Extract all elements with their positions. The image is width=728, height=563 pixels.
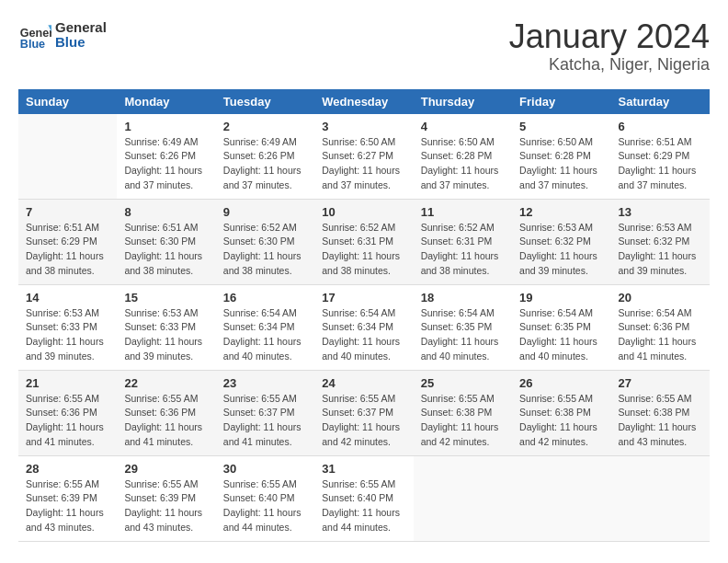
location-title: Katcha, Niger, Nigeria: [509, 55, 710, 75]
day-number: 3: [322, 120, 405, 133]
calendar-cell: 18Sunrise: 6:54 AMSunset: 6:35 PMDayligh…: [414, 284, 512, 370]
day-number: 2: [223, 120, 307, 133]
page-header: General Blue General Blue January 2024 K…: [18, 18, 710, 75]
day-info: Sunrise: 6:54 AMSunset: 6:34 PMDaylight:…: [322, 306, 405, 364]
calendar-cell: 31Sunrise: 6:55 AMSunset: 6:40 PMDayligh…: [314, 455, 413, 541]
day-number: 18: [421, 291, 505, 304]
calendar-cell: 20Sunrise: 6:54 AMSunset: 6:36 PMDayligh…: [611, 284, 710, 370]
calendar-cell: 16Sunrise: 6:54 AMSunset: 6:34 PMDayligh…: [216, 284, 314, 370]
calendar-cell: 13Sunrise: 6:53 AMSunset: 6:32 PMDayligh…: [611, 199, 710, 284]
day-number: 28: [26, 462, 109, 476]
calendar-cell: 15Sunrise: 6:53 AMSunset: 6:33 PMDayligh…: [117, 284, 215, 370]
day-number: 25: [421, 376, 505, 390]
calendar-cell: 28Sunrise: 6:55 AMSunset: 6:39 PMDayligh…: [18, 455, 117, 541]
day-info: Sunrise: 6:50 AMSunset: 6:27 PMDaylight:…: [322, 135, 405, 193]
header-sunday: Sunday: [18, 89, 117, 114]
calendar-cell: 27Sunrise: 6:55 AMSunset: 6:38 PMDayligh…: [611, 370, 710, 455]
day-info: Sunrise: 6:55 AMSunset: 6:38 PMDaylight:…: [519, 392, 603, 450]
calendar-cell: 8Sunrise: 6:51 AMSunset: 6:30 PMDaylight…: [117, 199, 215, 284]
day-number: 8: [124, 205, 208, 219]
day-number: 9: [223, 205, 307, 219]
day-number: 26: [519, 376, 603, 390]
calendar-header-row: SundayMondayTuesdayWednesdayThursdayFrid…: [18, 89, 710, 114]
calendar-cell: 22Sunrise: 6:55 AMSunset: 6:36 PMDayligh…: [117, 370, 215, 455]
day-info: Sunrise: 6:55 AMSunset: 6:39 PMDaylight:…: [26, 477, 109, 535]
day-number: 20: [619, 291, 702, 304]
day-number: 19: [519, 291, 603, 304]
calendar-cell: 3Sunrise: 6:50 AMSunset: 6:27 PMDaylight…: [314, 114, 413, 200]
day-info: Sunrise: 6:53 AMSunset: 6:33 PMDaylight:…: [124, 306, 208, 364]
day-number: 24: [322, 376, 405, 390]
day-info: Sunrise: 6:52 AMSunset: 6:31 PMDaylight:…: [322, 221, 405, 279]
day-number: 11: [421, 205, 505, 219]
day-info: Sunrise: 6:51 AMSunset: 6:30 PMDaylight:…: [124, 221, 208, 279]
calendar-week-4: 21Sunrise: 6:55 AMSunset: 6:36 PMDayligh…: [18, 370, 710, 455]
day-info: Sunrise: 6:53 AMSunset: 6:32 PMDaylight:…: [619, 221, 702, 279]
day-info: Sunrise: 6:54 AMSunset: 6:35 PMDaylight:…: [421, 306, 505, 364]
header-monday: Monday: [117, 89, 215, 114]
day-info: Sunrise: 6:53 AMSunset: 6:32 PMDaylight:…: [519, 221, 603, 279]
calendar-cell: [414, 455, 512, 541]
logo-icon: General Blue: [18, 18, 51, 52]
header-wednesday: Wednesday: [314, 89, 413, 114]
day-info: Sunrise: 6:55 AMSunset: 6:37 PMDaylight:…: [322, 392, 405, 450]
calendar-week-3: 14Sunrise: 6:53 AMSunset: 6:33 PMDayligh…: [18, 284, 710, 370]
calendar-cell: 17Sunrise: 6:54 AMSunset: 6:34 PMDayligh…: [314, 284, 413, 370]
calendar-cell: 6Sunrise: 6:51 AMSunset: 6:29 PMDaylight…: [611, 114, 710, 200]
calendar-body: 1Sunrise: 6:49 AMSunset: 6:26 PMDaylight…: [18, 114, 710, 542]
day-info: Sunrise: 6:55 AMSunset: 6:38 PMDaylight:…: [421, 392, 505, 450]
calendar-cell: [18, 114, 117, 200]
day-info: Sunrise: 6:53 AMSunset: 6:33 PMDaylight:…: [26, 306, 109, 364]
svg-text:Blue: Blue: [20, 38, 45, 51]
day-number: 22: [124, 376, 208, 390]
calendar-cell: 30Sunrise: 6:55 AMSunset: 6:40 PMDayligh…: [216, 455, 314, 541]
day-info: Sunrise: 6:50 AMSunset: 6:28 PMDaylight:…: [519, 135, 603, 193]
header-saturday: Saturday: [611, 89, 710, 114]
day-info: Sunrise: 6:49 AMSunset: 6:26 PMDaylight:…: [223, 135, 307, 193]
day-info: Sunrise: 6:49 AMSunset: 6:26 PMDaylight:…: [124, 135, 208, 193]
day-info: Sunrise: 6:54 AMSunset: 6:36 PMDaylight:…: [619, 306, 702, 364]
day-info: Sunrise: 6:52 AMSunset: 6:31 PMDaylight:…: [421, 221, 505, 279]
day-info: Sunrise: 6:51 AMSunset: 6:29 PMDaylight:…: [619, 135, 702, 193]
calendar-table: SundayMondayTuesdayWednesdayThursdayFrid…: [18, 89, 710, 542]
day-number: 29: [124, 462, 208, 476]
calendar-cell: 26Sunrise: 6:55 AMSunset: 6:38 PMDayligh…: [512, 370, 610, 455]
day-number: 10: [322, 205, 405, 219]
calendar-week-2: 7Sunrise: 6:51 AMSunset: 6:29 PMDaylight…: [18, 199, 710, 284]
day-number: 4: [421, 120, 505, 133]
month-year-title: January 2024: [509, 18, 710, 55]
day-info: Sunrise: 6:54 AMSunset: 6:35 PMDaylight:…: [519, 306, 603, 364]
day-number: 15: [124, 291, 208, 304]
calendar-cell: 7Sunrise: 6:51 AMSunset: 6:29 PMDaylight…: [18, 199, 117, 284]
day-info: Sunrise: 6:55 AMSunset: 6:40 PMDaylight:…: [322, 477, 405, 535]
calendar-cell: [512, 455, 610, 541]
calendar-cell: 24Sunrise: 6:55 AMSunset: 6:37 PMDayligh…: [314, 370, 413, 455]
calendar-cell: 9Sunrise: 6:52 AMSunset: 6:30 PMDaylight…: [216, 199, 314, 284]
day-number: 7: [26, 205, 109, 219]
day-number: 1: [124, 120, 208, 133]
header-friday: Friday: [512, 89, 610, 114]
calendar-cell: 1Sunrise: 6:49 AMSunset: 6:26 PMDaylight…: [117, 114, 215, 200]
day-number: 30: [223, 462, 307, 476]
day-number: 5: [519, 120, 603, 133]
calendar-cell: 29Sunrise: 6:55 AMSunset: 6:39 PMDayligh…: [117, 455, 215, 541]
calendar-cell: 5Sunrise: 6:50 AMSunset: 6:28 PMDaylight…: [512, 114, 610, 200]
day-info: Sunrise: 6:50 AMSunset: 6:28 PMDaylight:…: [421, 135, 505, 193]
day-info: Sunrise: 6:55 AMSunset: 6:38 PMDaylight:…: [619, 392, 702, 450]
title-block: January 2024 Katcha, Niger, Nigeria: [509, 18, 710, 75]
calendar-cell: 23Sunrise: 6:55 AMSunset: 6:37 PMDayligh…: [216, 370, 314, 455]
day-info: Sunrise: 6:55 AMSunset: 6:40 PMDaylight:…: [223, 477, 307, 535]
day-info: Sunrise: 6:52 AMSunset: 6:30 PMDaylight:…: [223, 221, 307, 279]
day-number: 21: [26, 376, 109, 390]
calendar-cell: 12Sunrise: 6:53 AMSunset: 6:32 PMDayligh…: [512, 199, 610, 284]
calendar-cell: [611, 455, 710, 541]
calendar-cell: 11Sunrise: 6:52 AMSunset: 6:31 PMDayligh…: [414, 199, 512, 284]
day-info: Sunrise: 6:55 AMSunset: 6:37 PMDaylight:…: [223, 392, 307, 450]
day-number: 6: [619, 120, 702, 133]
header-thursday: Thursday: [414, 89, 512, 114]
calendar-cell: 19Sunrise: 6:54 AMSunset: 6:35 PMDayligh…: [512, 284, 610, 370]
calendar-cell: 21Sunrise: 6:55 AMSunset: 6:36 PMDayligh…: [18, 370, 117, 455]
day-info: Sunrise: 6:55 AMSunset: 6:36 PMDaylight:…: [26, 392, 109, 450]
day-number: 12: [519, 205, 603, 219]
day-number: 23: [223, 376, 307, 390]
